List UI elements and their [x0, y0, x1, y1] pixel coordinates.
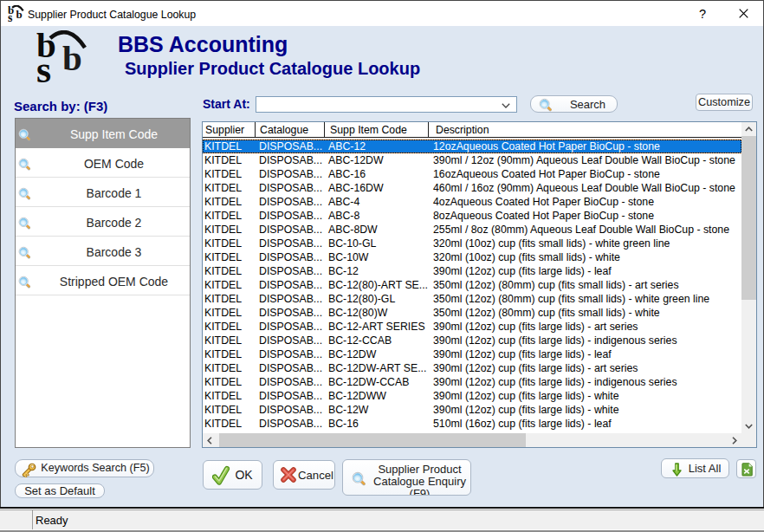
svg-text:b: b [62, 38, 82, 78]
svg-text:s: s [8, 11, 13, 22]
svg-text:s: s [36, 49, 51, 82]
